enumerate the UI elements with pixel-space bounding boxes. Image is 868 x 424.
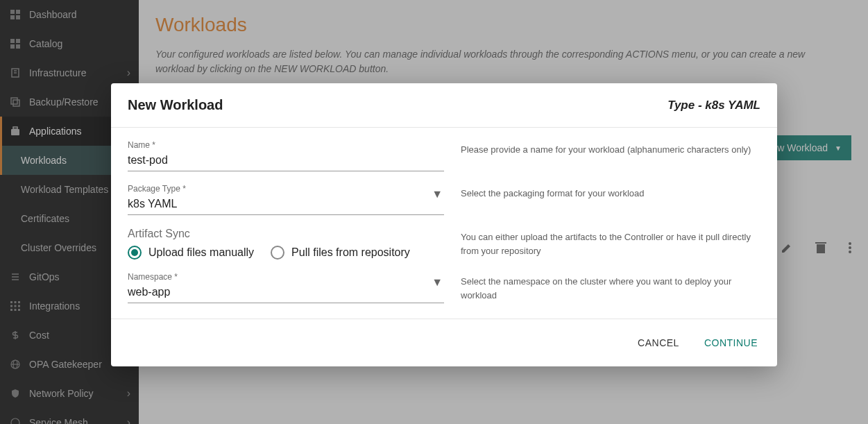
radio-checked-icon — [128, 246, 142, 260]
modal-body: Name * Please provide a name for your wo… — [111, 128, 777, 319]
new-workload-modal: New Workload Type - k8s YAML Name * Plea… — [111, 83, 777, 366]
package-type-label: Package Type * — [128, 184, 444, 194]
modal-header: New Workload Type - k8s YAML — [111, 83, 777, 128]
name-help-text: Please provide a name for your workload … — [461, 140, 760, 171]
namespace-label: Namespace * — [128, 272, 444, 282]
artifact-sync-upload-radio[interactable]: Upload files manually — [128, 246, 254, 260]
modal-title: New Workload — [128, 97, 223, 113]
name-input[interactable] — [128, 151, 444, 171]
continue-button[interactable]: CONTINUE — [701, 333, 760, 353]
name-field-label: Name * — [128, 140, 444, 150]
radio-label: Pull files from repository — [291, 246, 410, 259]
package-type-help-text: Select the packaging format for your wor… — [461, 184, 760, 215]
package-type-select[interactable] — [128, 195, 444, 215]
artifact-sync-pull-radio[interactable]: Pull files from repository — [271, 246, 410, 260]
modal-type-label: Type - k8s YAML — [667, 99, 760, 112]
namespace-select[interactable] — [128, 283, 444, 303]
artifact-sync-title: Artifact Sync — [128, 228, 444, 240]
radio-unchecked-icon — [271, 246, 284, 260]
radio-label: Upload files manually — [148, 246, 254, 259]
namespace-help-text: Select the namespace on the cluster wher… — [461, 272, 760, 303]
modal-footer: CANCEL CONTINUE — [111, 319, 777, 366]
artifact-sync-help-text: You can either upload the artifacts to t… — [461, 228, 760, 260]
cancel-button[interactable]: CANCEL — [635, 333, 682, 353]
